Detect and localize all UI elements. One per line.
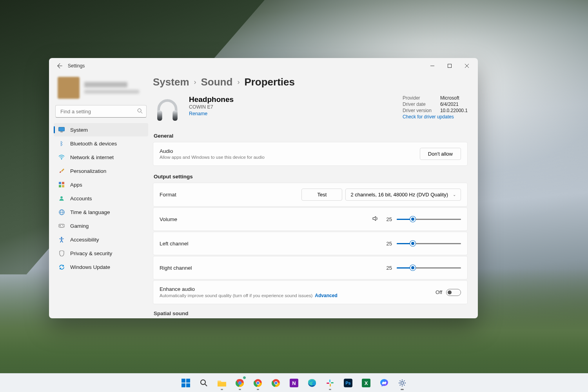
minimize-button[interactable]: [424, 60, 441, 72]
toggle-state: Off: [436, 289, 442, 295]
slack-icon: [326, 379, 334, 387]
taskbar-search[interactable]: [196, 375, 212, 391]
device-header: Headphones COWIN E7 Rename ProviderMicro…: [153, 95, 468, 124]
gaming-icon: [58, 223, 65, 229]
windows-icon: [181, 379, 190, 387]
format-dropdown[interactable]: 2 channels, 16 bit, 48000 Hz (DVD Qualit…: [345, 189, 461, 201]
taskbar-chrome-3[interactable]: [268, 375, 284, 391]
chevron-right-icon: ›: [237, 78, 240, 86]
left-slider[interactable]: [397, 240, 461, 247]
taskbar-slack[interactable]: [322, 375, 338, 391]
sidebar-item-label: Bluetooth & devices: [70, 141, 117, 147]
chevron-down-icon: ⌄: [453, 192, 456, 197]
format-value: 2 channels, 16 bit, 48000 Hz (DVD Qualit…: [350, 192, 448, 198]
svg-rect-20: [181, 383, 185, 387]
sidebar-item-update[interactable]: Windows Update: [54, 260, 148, 274]
general-heading: General: [154, 133, 468, 139]
sidebar-item-label: System: [70, 127, 88, 133]
svg-rect-39: [330, 384, 331, 387]
svg-rect-3: [60, 132, 63, 132]
svg-rect-17: [172, 110, 178, 121]
sidebar-item-network[interactable]: Network & internet: [54, 151, 148, 164]
taskbar-chrome-2[interactable]: [250, 375, 266, 391]
svg-rect-38: [331, 382, 334, 383]
titlebar: Settings: [49, 58, 478, 74]
svg-rect-8: [62, 185, 64, 187]
enhance-toggle[interactable]: Off: [436, 289, 461, 296]
enhance-card[interactable]: Enhance audio Automatically improve soun…: [153, 280, 468, 304]
check-driver-updates-link[interactable]: Check for driver updates: [403, 114, 468, 120]
start-button[interactable]: [178, 375, 194, 391]
volume-slider[interactable]: [397, 216, 461, 223]
volume-label: Volume: [160, 216, 177, 222]
chrome-icon: [236, 379, 244, 387]
speaker-icon[interactable]: [372, 215, 379, 223]
rename-link[interactable]: Rename: [189, 111, 234, 116]
breadcrumb-sound[interactable]: Sound: [201, 76, 233, 88]
sidebar-item-apps[interactable]: Apps: [54, 178, 148, 191]
svg-rect-6: [62, 182, 64, 184]
driver-date-label: Driver date: [403, 102, 433, 107]
sidebar-item-privacy[interactable]: Privacy & security: [54, 247, 148, 260]
svg-rect-23: [218, 382, 226, 387]
audio-card: Audio Allow apps and Windows to use this…: [153, 142, 468, 166]
sidebar-item-personalization[interactable]: Personalization: [54, 164, 148, 178]
breadcrumb-current: Properties: [244, 76, 295, 88]
sidebar-item-system[interactable]: System: [54, 123, 148, 136]
maximize-button[interactable]: [441, 60, 458, 72]
taskbar-edge[interactable]: [304, 375, 320, 391]
breadcrumb-system[interactable]: System: [153, 76, 189, 88]
chrome-icon: [272, 379, 280, 387]
svg-rect-7: [59, 185, 61, 187]
back-button[interactable]: [54, 60, 65, 71]
spatial-heading: Spatial sound: [154, 310, 468, 316]
window-title: Settings: [68, 63, 85, 69]
close-icon: [465, 64, 469, 68]
sidebar-item-gaming[interactable]: Gaming: [54, 219, 148, 232]
taskbar-photoshop[interactable]: Ps: [340, 375, 356, 391]
switch[interactable]: [446, 289, 461, 296]
sidebar-item-label: Accounts: [70, 196, 92, 201]
dont-allow-button[interactable]: Don't allow: [420, 148, 461, 160]
profile-block[interactable]: [54, 74, 148, 105]
sidebar-item-label: Gaming: [70, 223, 89, 229]
sidebar-item-accessibility[interactable]: Accessibility: [54, 233, 148, 246]
close-button[interactable]: [458, 60, 475, 72]
right-label: Right channel: [160, 265, 192, 271]
taskbar[interactable]: N Ps X: [0, 373, 588, 392]
svg-text:Ps: Ps: [345, 381, 350, 385]
driver-info: ProviderMicrosoft Driver date6/4/2021 Dr…: [403, 95, 468, 124]
messenger-icon: [380, 379, 388, 387]
search-input[interactable]: [55, 105, 147, 118]
audio-title: Audio: [160, 148, 265, 154]
shield-icon: [58, 250, 65, 256]
svg-rect-40: [327, 383, 329, 384]
headphones-icon: [153, 95, 182, 124]
format-card: Format Test 2 channels, 16 bit, 48000 Hz…: [153, 183, 468, 207]
taskbar-onenote[interactable]: N: [286, 375, 302, 391]
driver-provider-label: Provider: [403, 95, 433, 101]
taskbar-explorer[interactable]: [214, 375, 230, 391]
globe-icon: [58, 209, 65, 215]
taskbar-excel[interactable]: X: [358, 375, 374, 391]
taskbar-chrome-1[interactable]: [232, 375, 248, 391]
test-button[interactable]: Test: [301, 189, 342, 201]
svg-point-27: [239, 381, 241, 384]
right-slider[interactable]: [397, 264, 461, 271]
output-heading: Output settings: [154, 174, 468, 180]
advanced-link[interactable]: Advanced: [315, 293, 337, 298]
driver-version-label: Driver version: [403, 108, 433, 113]
search-icon: [137, 108, 143, 115]
sidebar-item-bluetooth[interactable]: ᛒBluetooth & devices: [54, 137, 148, 150]
device-model: COWIN E7: [189, 104, 234, 110]
sidebar-item-label: Time & language: [70, 209, 110, 215]
chrome-icon: [254, 379, 262, 387]
taskbar-messenger[interactable]: [376, 375, 392, 391]
sidebar-item-label: Apps: [70, 182, 82, 188]
sidebar-item-accounts[interactable]: Accounts: [54, 192, 148, 205]
search-box[interactable]: [55, 105, 147, 118]
avatar: [58, 77, 80, 99]
taskbar-settings[interactable]: [394, 375, 410, 391]
svg-point-13: [62, 225, 63, 226]
sidebar-item-time[interactable]: Time & language: [54, 205, 148, 219]
